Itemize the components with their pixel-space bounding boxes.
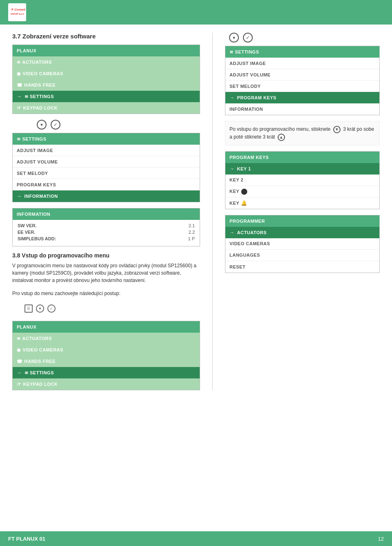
simplebus-row: SIMPLEBUS ADD: 1 P [18,236,195,241]
program-keys-label: PROGRAM KEYS [17,182,56,187]
programmer-actuators-arrow: → [229,230,235,235]
main-content: 3.7 Zobrazení verze software PLANUX ≋ AC… [0,25,392,398]
key-bell-label: KEY [229,201,239,206]
programmer-actuators-selected: → ACTUATORS [225,227,379,238]
menu-keypad-lock: ☞ KEYPAD LOCK [13,102,200,114]
bottom-planux-label: PLANUX [17,324,36,329]
planux-label: PLANUX [17,48,36,53]
settings-signal-icon: ≋ [24,94,29,99]
settings-submenu: ≋ SETTINGS ADJUST IMAGE ADJUST VOLUME SE… [12,133,200,202]
bottom-actuators-label: ACTUATORS [22,336,52,341]
svg-text:✕ Comelit: ✕ Comelit [11,8,25,11]
programmer-video-cameras: VIDEO CAMERAS [225,238,379,250]
menu-video-cameras: ◉ VIDEO CAMERAS [13,68,200,79]
right-set-melody: SET MELODY [225,81,379,92]
right-program-keys-selected: → PROGRAM KEYS [225,92,379,103]
left-column: 3.7 Zobrazení verze software PLANUX ≋ AC… [12,33,200,390]
right-set-melody-label: SET MELODY [229,84,261,89]
bottom-settings-label: SETTINGS [30,370,54,375]
sw-ver-label: SW VER. [18,223,36,228]
set-melody-row: SET MELODY [13,168,200,179]
adjust-volume-label: ADJUST VOLUME [17,159,58,164]
bottom-icons-row: ☰ ▼ ✓ [12,303,200,315]
header: ✕ Comelit GROUP S.p.A. [0,0,392,25]
program-keys-row: PROGRAM KEYS [13,179,200,190]
bottom-phone-icon: ☎ [17,359,23,364]
key2-row: KEY 2 [225,175,379,186]
key1-arrow-icon: → [229,166,235,172]
right-adjust-volume: ADJUST VOLUME [225,69,379,81]
information-box: INFORMATION SW VER. 2.1 EE VER. 2.2 SIMP… [12,208,200,246]
bottom-check-icon: ✓ [47,304,56,313]
camera-icon: ◉ [17,71,21,76]
hands-free-label: HANDS FREE [24,83,56,87]
right-program-keys-arrow: → [229,95,235,101]
key1-label: KEY 1 [237,166,251,171]
programmer-video-cameras-label: VIDEO CAMERAS [229,241,270,246]
right-adjust-image: ADJUST IMAGE [225,58,379,69]
key2-label: KEY 2 [229,177,243,182]
simplebus-value: 1 P [188,236,195,241]
programming-note: Po vstupu do programovacího menu, stiskn… [225,121,380,145]
right-program-keys-label: PROGRAM KEYS [237,95,276,100]
right-information-label: INFORMATION [229,107,263,112]
program-keys-header-label: PROGRAM KEYS [229,155,269,160]
section2-heading: 3.8 Vstup do programovacího menu [12,252,200,259]
note-text-part1: Po vstupu do programovacího menu, stiskn… [229,126,330,132]
ee-ver-value: 2.2 [189,230,195,235]
svg-rect-0 [9,4,25,20]
right-column: ▼ ✓ ≋ SETTINGS ADJUST IMAGE ADJUST VOLUM… [225,33,380,390]
simplebus-label: SIMPLEBUS ADD: [18,236,56,241]
right-icons-row: ▼ ✓ [225,33,380,43]
menu-planux-header: PLANUX [13,45,200,56]
footer-page: 12 [378,536,384,542]
right-settings-submenu: ≋ SETTINGS ADJUST IMAGE ADJUST VOLUME SE… [225,46,380,115]
programmer-header-label: PROGRAMMER [229,219,265,224]
check-icon: ✓ [51,120,60,130]
bottom-hands-free-row: ☎ HANDS FREE [13,356,200,367]
menu-hands-free: ☎ HANDS FREE [13,79,200,91]
logo-icon: ✕ Comelit GROUP S.p.A. [8,3,26,21]
bell-icon: 🔔 [241,200,247,206]
menu-actuators: ≋ ACTUATORS [13,56,200,68]
right-settings-header: ≋ SETTINGS [225,46,379,58]
sw-ver-value: 2.1 [189,223,195,228]
ee-ver-label: EE VER. [18,230,35,235]
body-text-1: V programovacím menu lze nastavovat kódy… [12,262,200,284]
bottom-keypad-row: ☞ KEYPAD LOCK [13,378,200,390]
footer: FT PLANUX 01 12 [0,531,392,546]
bottom-down-arrow-icon: ▼ [36,304,44,313]
information-header-label: INFORMATION [17,212,50,217]
planux-main-menu: PLANUX ≋ ACTUATORS ◉ VIDEO CAMERAS ☎ HAN… [12,45,200,114]
bottom-hands-free-label: HANDS FREE [24,359,56,364]
settings-label: SETTINGS [30,94,54,99]
actuators-label: ACTUATORS [22,60,52,65]
adjust-image-label: ADJUST IMAGE [17,148,53,153]
program-keys-header: PROGRAM KEYS [225,152,379,163]
svg-text:GROUP S.p.A.: GROUP S.p.A. [11,13,24,15]
actuators-signal-icon: ≋ [17,60,21,65]
adjust-image-row: ADJUST IMAGE [13,145,200,156]
bottom-settings-selected: → ≋ SETTINGS [13,367,200,378]
information-label: INFORMATION [24,194,58,199]
video-cameras-label: VIDEO CAMERAS [23,71,63,76]
menu-icon: ☰ [24,304,33,313]
planux-bottom-menu: PLANUX ≋ ACTUATORS ◉ VIDEO CAMERAS ☎ HAN… [12,321,200,390]
hand-icon: ☞ [17,105,22,111]
icons-row-1: ▼ ✓ [12,120,200,130]
key1-selected: → KEY 1 [225,163,379,175]
programmer-header: PROGRAMMER [225,215,379,227]
information-selected-row: → INFORMATION [13,190,200,202]
down-arrow-icon: ▼ [37,120,47,130]
programmer-reset: RESET [225,261,379,273]
menu-settings-selected: → ≋ SETTINGS [13,91,200,102]
programmer-languages: LANGUAGES [225,250,379,261]
key-circle-label: KEY [229,189,239,194]
settings-header: ≋ SETTINGS [13,133,200,145]
section-title: 3.7 Zobrazení verze software [12,33,200,40]
logo-area: ✕ Comelit GROUP S.p.A. [8,3,26,21]
set-melody-label: SET MELODY [17,171,48,176]
bottom-video-row: ◉ VIDEO CAMERAS [13,344,200,356]
right-settings-label: SETTINGS [235,49,259,54]
settings-header-label: SETTINGS [22,136,47,141]
